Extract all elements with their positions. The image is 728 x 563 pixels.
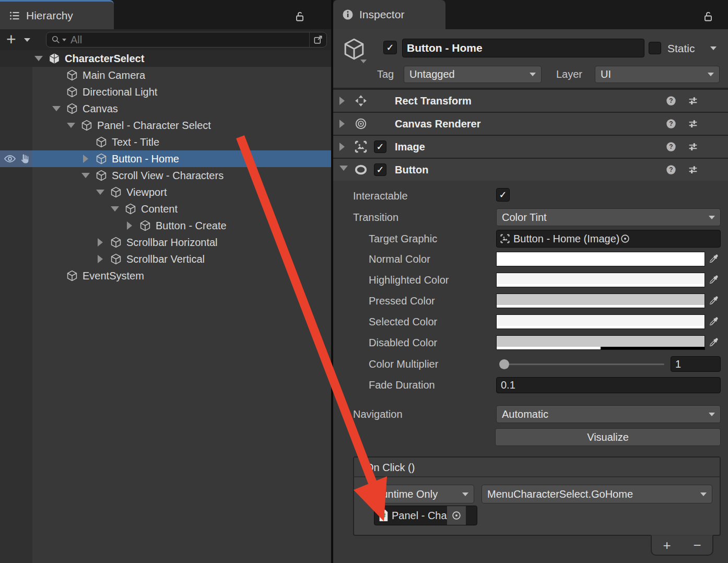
add-event-button[interactable]: + [663, 536, 671, 554]
color-swatch[interactable] [496, 252, 705, 266]
presets-icon[interactable] [687, 95, 699, 107]
help-icon[interactable]: ? [665, 164, 677, 175]
layer-dropdown[interactable]: UI [595, 66, 720, 83]
color-swatch[interactable] [496, 335, 705, 350]
transition-dropdown[interactable]: Color Tint [496, 208, 721, 226]
icon-picker-caret[interactable] [360, 60, 367, 63]
gameobject-name-input[interactable] [407, 42, 640, 54]
tag-dropdown[interactable]: Untagged [404, 66, 542, 83]
hierarchy-row[interactable]: Button - Home [0, 150, 331, 167]
static-checkbox[interactable] [649, 42, 661, 54]
gameobject-cube-icon [139, 219, 151, 232]
gameobject-cube-icon[interactable] [342, 37, 367, 62]
foldout-closed-icon[interactable] [94, 238, 107, 247]
event-target-object-field[interactable]: # Panel - Cha [374, 506, 477, 525]
hierarchy-row[interactable]: Panel - Character Select [0, 117, 331, 134]
add-gameobject-button[interactable]: + [6, 29, 16, 49]
presets-icon[interactable] [687, 118, 699, 130]
help-icon[interactable]: ? [665, 118, 677, 130]
foldout-open-icon[interactable] [50, 106, 63, 111]
open-search-window-icon[interactable] [309, 32, 326, 47]
remove-event-button[interactable]: − [693, 536, 701, 554]
tab-inspector[interactable]: Inspector [333, 0, 445, 29]
hierarchy-row[interactable]: Scrollbar Horizontal [0, 234, 331, 251]
unlock-icon[interactable] [293, 10, 306, 23]
color-multiplier-slider-thumb[interactable] [499, 359, 509, 369]
component-header-button[interactable]: ✓Button? [333, 158, 728, 181]
component-foldout-icon[interactable] [339, 166, 348, 171]
search-input[interactable] [71, 34, 309, 46]
color-multiplier-input[interactable] [675, 358, 716, 370]
color-swatch[interactable] [496, 294, 705, 308]
color-multiplier-field[interactable] [671, 356, 721, 372]
hierarchy-row[interactable]: Scrollbar Vertical [0, 251, 331, 267]
foldout-closed-icon[interactable] [79, 155, 92, 163]
eyedropper-icon[interactable] [706, 314, 721, 329]
visualize-button[interactable]: Visualize [495, 428, 721, 446]
static-dropdown-caret-icon[interactable] [710, 46, 717, 50]
presets-icon[interactable] [687, 141, 699, 153]
component-foldout-icon[interactable] [339, 143, 345, 151]
object-picker-icon[interactable] [447, 506, 466, 525]
fade-duration-field[interactable] [496, 377, 721, 393]
component-header-image[interactable]: ✓Image? [333, 135, 728, 158]
target-graphic-object-field[interactable]: Button - Home (Image) [496, 230, 721, 248]
active-checkbox[interactable]: ✓ [383, 41, 397, 54]
scene-foldout-icon[interactable] [34, 56, 43, 61]
event-function-dropdown[interactable]: MenuCharacterSelect.GoHome [482, 485, 712, 503]
search-field[interactable] [46, 32, 327, 48]
foldout-open-icon[interactable] [65, 123, 77, 128]
visibility-eye-icon[interactable] [4, 153, 16, 165]
gameobject-cube-icon [66, 69, 78, 81]
component-foldout-icon[interactable] [339, 120, 345, 128]
add-dropdown-caret-icon[interactable] [24, 38, 30, 42]
hierarchy-row[interactable]: Button - Create [0, 217, 331, 234]
foldout-open-icon[interactable] [94, 190, 107, 195]
foldout-open-icon[interactable] [109, 206, 121, 212]
eyedropper-icon[interactable] [706, 294, 721, 308]
color-swatch[interactable] [496, 314, 705, 329]
scene-header-row[interactable]: CharacterSelect [0, 50, 331, 67]
on-click-header[interactable]: On Click () [354, 458, 720, 477]
drag-handle-icon[interactable] [359, 490, 368, 497]
color-multiplier-slider-track[interactable] [500, 363, 664, 365]
tag-label: Tag [377, 66, 394, 83]
foldout-closed-icon[interactable] [123, 221, 136, 230]
event-mode-dropdown[interactable]: Runtime Only [369, 485, 474, 503]
help-icon[interactable]: ? [665, 141, 677, 153]
hierarchy-row[interactable]: Text - Title [0, 134, 331, 150]
component-header-canvas-renderer[interactable]: Canvas Renderer? [333, 112, 728, 135]
eyedropper-icon[interactable] [706, 335, 721, 350]
presets-icon[interactable] [687, 164, 699, 175]
hierarchy-row[interactable]: EventSystem [0, 267, 331, 284]
gameobject-header: ✓ Static Tag Untagged Layer UI [333, 29, 728, 89]
eyedropper-icon[interactable] [706, 273, 721, 287]
component-header-rect-transform[interactable]: Rect Transform? [333, 89, 728, 112]
component-enabled-checkbox[interactable]: ✓ [374, 140, 386, 153]
navigation-dropdown[interactable]: Automatic [496, 405, 721, 423]
pickability-hand-icon[interactable] [19, 153, 32, 165]
hierarchy-row[interactable]: Scroll View - Characters [0, 167, 331, 184]
help-icon[interactable]: ? [665, 95, 677, 107]
fade-duration-input[interactable] [501, 379, 716, 391]
svg-text:?: ? [669, 143, 673, 150]
unlock-icon[interactable] [702, 10, 714, 23]
gameobject-name-field[interactable] [402, 39, 644, 57]
component-foldout-icon[interactable] [339, 97, 345, 105]
eyedropper-icon[interactable] [706, 252, 721, 266]
tab-hierarchy[interactable]: Hierarchy [0, 0, 114, 29]
object-picker-icon[interactable] [619, 233, 631, 244]
unity-scene-icon [48, 52, 61, 65]
foldout-open-icon[interactable] [79, 173, 92, 178]
hierarchy-row[interactable]: Main Camera [0, 67, 331, 84]
hierarchy-row[interactable]: Canvas [0, 100, 331, 117]
color-swatch[interactable] [496, 273, 705, 287]
foldout-closed-icon[interactable] [94, 255, 107, 263]
navigation-label: Navigation [353, 405, 403, 423]
hierarchy-row[interactable]: Directional Light [0, 84, 331, 100]
component-enabled-checkbox[interactable]: ✓ [374, 163, 386, 176]
hierarchy-row[interactable]: Content [0, 201, 331, 217]
color-row-label: Normal Color [369, 252, 430, 266]
interactable-checkbox[interactable]: ✓ [496, 188, 510, 202]
hierarchy-row[interactable]: Viewport [0, 184, 331, 201]
